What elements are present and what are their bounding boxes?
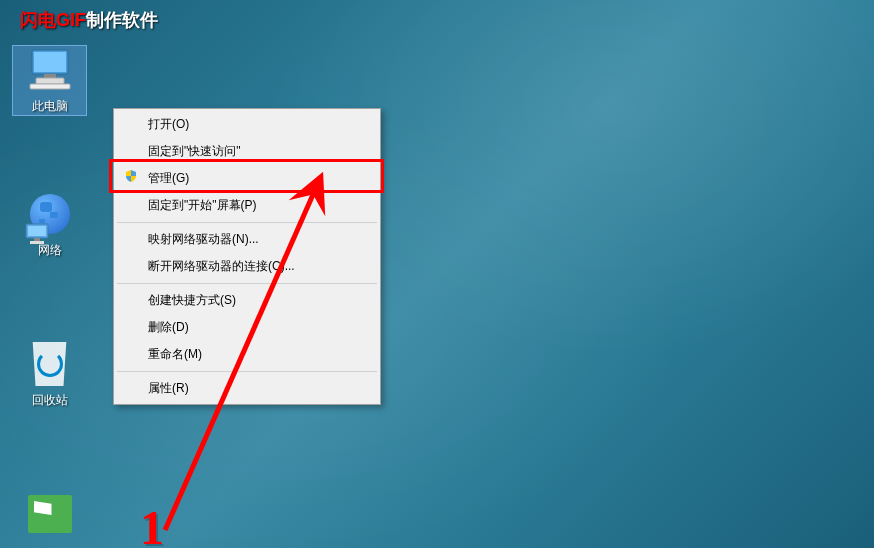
svg-rect-6: [28, 226, 46, 236]
menu-item-rename[interactable]: 重命名(M): [116, 341, 378, 368]
svg-rect-1: [34, 52, 66, 72]
menu-item-label: 断开网络驱动器的连接(C)...: [148, 259, 295, 273]
menu-item-label: 创建快捷方式(S): [148, 293, 236, 307]
computer-icon: [26, 46, 74, 94]
shield-icon: [124, 169, 138, 183]
svg-rect-8: [30, 241, 44, 244]
svg-rect-2: [44, 74, 56, 78]
menu-item-pin-start[interactable]: 固定到"开始"屏幕(P): [116, 192, 378, 219]
svg-rect-3: [36, 78, 64, 84]
menu-item-label: 打开(O): [148, 117, 189, 131]
watermark-text: 闪电GIF制作软件: [20, 8, 158, 32]
menu-separator: [117, 222, 377, 223]
menu-item-label: 管理(G): [148, 171, 189, 185]
menu-item-label: 固定到"快速访问": [148, 144, 241, 158]
menu-item-manage[interactable]: 管理(G): [116, 165, 378, 192]
menu-item-label: 属性(R): [148, 381, 189, 395]
menu-item-open[interactable]: 打开(O): [116, 111, 378, 138]
app-icon: [26, 490, 74, 538]
annotation-step-number: 1: [140, 500, 164, 548]
menu-item-disconnect-network-drive[interactable]: 断开网络驱动器的连接(C)...: [116, 253, 378, 280]
svg-rect-4: [30, 84, 70, 89]
desktop-icon-this-pc[interactable]: 此电脑: [12, 45, 87, 116]
menu-item-label: 映射网络驱动器(N)...: [148, 232, 259, 246]
menu-item-label: 重命名(M): [148, 347, 202, 361]
menu-item-pin-quick-access[interactable]: 固定到"快速访问": [116, 138, 378, 165]
menu-item-create-shortcut[interactable]: 创建快捷方式(S): [116, 287, 378, 314]
context-menu: 打开(O) 固定到"快速访问" 管理(G) 固定到"开始"屏幕(P) 映射网络驱…: [113, 108, 381, 405]
desktop-icon-label: 此电脑: [13, 98, 86, 115]
menu-item-properties[interactable]: 属性(R): [116, 375, 378, 402]
watermark-part2: 制作软件: [86, 10, 158, 30]
desktop-icon-app[interactable]: [12, 490, 87, 542]
menu-item-label: 固定到"开始"屏幕(P): [148, 198, 257, 212]
watermark-part1: 闪电GIF: [20, 10, 86, 30]
menu-separator: [117, 371, 377, 372]
desktop-icon-network[interactable]: 网络: [12, 190, 87, 259]
menu-separator: [117, 283, 377, 284]
menu-item-delete[interactable]: 删除(D): [116, 314, 378, 341]
desktop-icon-recycle-bin[interactable]: 回收站: [12, 340, 87, 409]
menu-item-map-network-drive[interactable]: 映射网络驱动器(N)...: [116, 226, 378, 253]
desktop-icon-label: 回收站: [12, 392, 87, 409]
recycle-bin-icon: [26, 340, 74, 388]
menu-item-label: 删除(D): [148, 320, 189, 334]
network-icon: [26, 190, 74, 238]
svg-rect-7: [34, 238, 40, 241]
